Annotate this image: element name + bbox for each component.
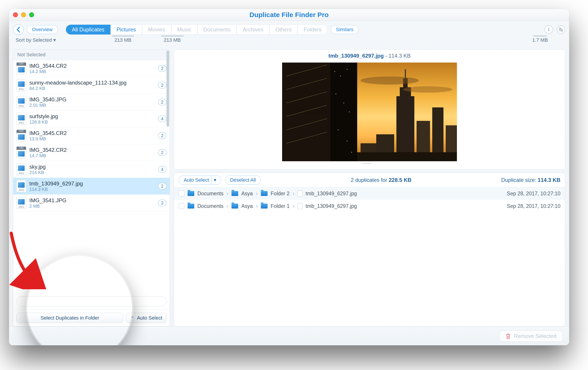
file-type-icon: JPEG — [16, 113, 26, 125]
svg-rect-29 — [357, 152, 457, 161]
svg-point-12 — [340, 76, 341, 76]
duplicate-count-badge: 2 — [158, 65, 167, 72]
duplicate-count-badge: 2 — [158, 149, 167, 156]
file-size: 14.2 MB — [29, 69, 155, 74]
duplicates-count: 2 duplicates for 228.5 KB — [264, 177, 497, 183]
file-list[interactable]: IMG_3544.CR214.2 MB2JPEGsunny-meadow-lan… — [13, 60, 170, 293]
tab-folders[interactable]: Folders — [298, 25, 328, 34]
content-pane: tmb_130949_6297.jpg - 114.3 KB — [174, 49, 565, 326]
chevron-right-icon: › — [293, 203, 294, 209]
list-item[interactable]: JPEGIMG_3541.JPG2 MB2 — [13, 195, 170, 211]
row-date: Sep 28, 2017, 10:27:10 — [507, 203, 560, 209]
path-row[interactable]: Documents›Asya›Folder 2›tmb_130949_6297.… — [174, 187, 565, 200]
sort-dropdown[interactable]: Sort by Selected ▾ — [16, 37, 56, 43]
minimize-window-icon[interactable] — [21, 12, 26, 17]
rss-button[interactable] — [557, 25, 565, 34]
remove-selected-button[interactable]: Remove Selected — [499, 331, 563, 342]
search-input[interactable] — [16, 296, 167, 306]
svg-point-16 — [349, 111, 350, 112]
tab-similars[interactable]: Similars — [331, 25, 358, 34]
file-type-icon: JPEG — [16, 163, 26, 175]
tab-all-duplicates[interactable]: All Duplicates — [66, 25, 110, 34]
size-similars: 1.7 MB — [518, 37, 562, 43]
file-meta: IMG_3541.JPG2 MB — [29, 197, 155, 209]
deselect-all-button[interactable]: Deselect All — [225, 175, 261, 185]
list-item[interactable]: IMG_3544.CR214.2 MB2 — [13, 60, 170, 77]
file-meta: IMG_3544.CR214.2 MB — [29, 63, 155, 74]
row-checkbox[interactable] — [178, 203, 184, 209]
file-size: 128.8 KB — [29, 120, 155, 125]
size-pictures: 213 MB — [150, 37, 195, 43]
duplicates-pane: Auto Select ▾ Deselect All 2 duplicates … — [174, 173, 565, 326]
svg-rect-10 — [330, 63, 357, 161]
svg-point-18 — [347, 141, 347, 141]
preview-header: tmb_130949_6297.jpg - 114.3 KB — [328, 53, 411, 59]
file-size: 84.2 KB — [29, 86, 155, 91]
zoom-window-icon[interactable] — [29, 12, 34, 17]
chevron-right-icon: › — [227, 203, 228, 209]
list-item[interactable]: JPEGtmb_130949_6297.jpg114.3 KB2 — [13, 178, 170, 195]
tab-others[interactable]: Others — [269, 25, 298, 34]
tab-documents[interactable]: Documents — [197, 25, 237, 34]
app-window: Duplicate File Finder Pro Overview All D… — [9, 9, 569, 345]
select-duplicates-in-folder-button[interactable]: Select Duplicates in Folder — [16, 313, 123, 323]
file-name: tmb_130949_6297.jpg — [29, 181, 155, 187]
list-item[interactable]: IMG_3545.CR213.9 MB2 — [13, 127, 170, 144]
file-name: IMG_3540.JPG — [29, 97, 155, 103]
sparkle-icon — [130, 316, 135, 320]
section-header: Not Selected — [13, 50, 170, 60]
app-title: Duplicate File Finder Pro — [9, 11, 569, 19]
chevron-down-icon: ▾ — [214, 177, 216, 183]
file-type-icon: JPEG — [16, 180, 26, 192]
list-item[interactable]: JPEGsunny-meadow-landscape_1112-134.jpg8… — [13, 77, 170, 94]
file-meta: tmb_130949_6297.jpg114.3 KB — [29, 181, 155, 192]
file-type-icon: JPEG — [16, 96, 26, 108]
file-name: sky.jpg — [29, 164, 155, 170]
list-item[interactable]: JPEGsky.jpg214 KB4 — [13, 161, 170, 178]
path-row[interactable]: Documents›Asya›Folder 1›tmb_130949_6297.… — [174, 200, 565, 212]
duplicate-count-badge: 2 — [158, 200, 167, 206]
duplicate-size: Duplicate size: 114.3 KB — [501, 177, 560, 183]
tab-movies[interactable]: Movies — [142, 25, 171, 34]
document-icon — [298, 190, 303, 197]
list-item[interactable]: JPEGsurfstyle.jpg128.8 KB4 — [13, 110, 170, 127]
titlebar: Duplicate File Finder Pro — [9, 9, 569, 21]
tab-archives[interactable]: Archives — [237, 25, 269, 34]
scrollbar-thumb[interactable] — [167, 60, 169, 127]
file-meta: IMG_3545.CR213.9 MB — [29, 130, 155, 141]
info-button[interactable]: i — [545, 25, 553, 34]
file-size: 2.01 MB — [29, 103, 155, 108]
file-type-icon — [16, 130, 26, 142]
size-all: 213 MB — [101, 37, 146, 43]
close-window-icon[interactable] — [13, 12, 18, 17]
tab-music[interactable]: Music — [171, 25, 197, 34]
folder-icon — [231, 191, 238, 196]
row-checkbox[interactable] — [178, 191, 184, 196]
svg-point-31 — [403, 86, 452, 93]
preview-filename: tmb_130949_6297.jpg — [328, 53, 384, 59]
preview-pane: tmb_130949_6297.jpg - 114.3 KB — [174, 49, 565, 170]
sidebar-auto-select-button[interactable]: Auto Select — [126, 313, 167, 323]
tab-pictures[interactable]: Pictures — [110, 25, 142, 34]
sidebar: Not Selected IMG_3544.CR214.2 MB2JPEGsun… — [13, 49, 170, 326]
svg-point-11 — [334, 71, 335, 72]
svg-point-30 — [361, 76, 419, 85]
file-size: 14.7 MB — [29, 153, 155, 158]
list-item[interactable]: IMG_3542.CR214.7 MB2 — [13, 144, 170, 161]
tab-overview[interactable]: Overview — [27, 25, 58, 34]
remove-selected-label: Remove Selected — [514, 333, 556, 339]
folder-icon — [261, 191, 268, 196]
back-button[interactable] — [13, 24, 24, 35]
path-segment: Folder 1 — [271, 203, 290, 209]
file-name: sunny-meadow-landscape_1112-134.jpg — [29, 80, 155, 86]
file-size: 2 MB — [29, 204, 155, 209]
path-segment: Folder 2 — [271, 191, 290, 197]
list-item[interactable]: JPEGIMG_3540.JPG2.01 MB2 — [13, 94, 170, 110]
folder-icon — [188, 204, 194, 208]
path-segment: Asya — [241, 203, 253, 209]
file-size: 114.3 KB — [29, 187, 155, 192]
resize-grip-icon[interactable] — [363, 163, 376, 165]
rss-icon — [559, 28, 563, 32]
auto-select-button[interactable]: Auto Select ▾ — [178, 175, 221, 185]
main-area: Not Selected IMG_3544.CR214.2 MB2JPEGsun… — [9, 47, 569, 326]
